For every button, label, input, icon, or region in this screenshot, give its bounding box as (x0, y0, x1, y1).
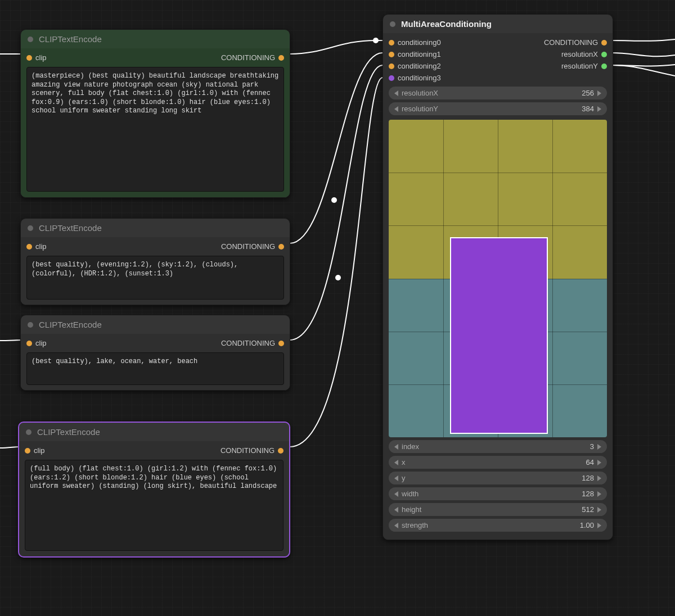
output-port-conditioning[interactable]: CONDITIONING (221, 53, 284, 62)
collapse-icon[interactable] (28, 322, 33, 328)
port-dot-icon (26, 341, 32, 346)
decrement-icon[interactable] (394, 460, 398, 465)
svg-point-1 (331, 197, 337, 203)
increment-icon[interactable] (597, 90, 601, 96)
output-port-conditioning[interactable]: CONDITIONING (221, 339, 284, 347)
prompt-textarea[interactable]: (best quality), (evening:1.2), (sky:1.2)… (26, 256, 284, 300)
port-dot-icon (601, 64, 607, 69)
output-port-resolutiony[interactable]: resolutionY (561, 62, 607, 70)
widget-resolutiony[interactable]: resolutionY 384 (389, 102, 607, 115)
widget-y[interactable]: y 128 (389, 472, 607, 484)
node-cliptextencode-4[interactable]: CLIPTextEncode clip CONDITIONING (full b… (18, 422, 290, 558)
decrement-icon[interactable] (394, 507, 398, 513)
port-dot-icon (278, 341, 284, 346)
node-cliptextencode-2[interactable]: CLIPTextEncode clip CONDITIONING (best q… (20, 218, 290, 305)
node-header[interactable]: CLIPTextEncode (21, 219, 290, 237)
node-title: MultiAreaConditioning (401, 19, 492, 29)
node-title: CLIPTextEncode (39, 223, 102, 233)
selected-area[interactable] (450, 237, 548, 434)
output-port-conditioning[interactable]: CONDITIONING (544, 38, 607, 47)
decrement-icon[interactable] (394, 475, 398, 481)
collapse-icon[interactable] (28, 225, 33, 231)
input-port-conditioning0[interactable]: conditioning0 (389, 38, 441, 47)
node-header[interactable]: CLIPTextEncode (19, 423, 289, 441)
input-port-conditioning1[interactable]: conditioning1 (389, 50, 441, 58)
collapse-icon[interactable] (390, 21, 395, 27)
port-dot-icon (26, 244, 32, 250)
prompt-textarea[interactable]: (full body) (flat chest:1.0) (girl:1.2) … (25, 460, 284, 551)
increment-icon[interactable] (597, 523, 601, 528)
port-dot-icon (25, 448, 30, 454)
decrement-icon[interactable] (394, 444, 398, 450)
widget-resolutionx[interactable]: resolutionX 256 (389, 87, 607, 99)
port-dot-icon (389, 64, 394, 69)
increment-icon[interactable] (597, 106, 601, 112)
node-header[interactable]: MultiAreaConditioning (383, 15, 613, 33)
input-port-clip[interactable]: clip (26, 53, 47, 62)
widget-index[interactable]: index 3 (389, 440, 607, 453)
node-title: CLIPTextEncode (39, 320, 102, 329)
area-canvas[interactable] (389, 120, 607, 437)
increment-icon[interactable] (597, 491, 601, 497)
port-dot-icon (278, 244, 284, 250)
svg-point-0 (373, 38, 379, 43)
increment-icon[interactable] (597, 444, 601, 450)
input-port-clip[interactable]: clip (26, 242, 47, 251)
port-dot-icon (601, 52, 607, 57)
port-dot-icon (26, 55, 32, 61)
increment-icon[interactable] (597, 475, 601, 481)
collapse-icon[interactable] (26, 429, 32, 435)
increment-icon[interactable] (597, 460, 601, 465)
widget-height[interactable]: height 512 (389, 503, 607, 516)
node-header[interactable]: CLIPTextEncode (21, 30, 290, 48)
output-port-resolutionx[interactable]: resolutionX (561, 50, 607, 58)
decrement-icon[interactable] (394, 491, 398, 497)
port-dot-icon (389, 40, 394, 46)
input-port-conditioning2[interactable]: conditioning2 (389, 62, 441, 70)
port-dot-icon (278, 55, 284, 61)
output-port-conditioning[interactable]: CONDITIONING (221, 242, 284, 251)
collapse-icon[interactable] (28, 37, 33, 42)
output-port-conditioning[interactable]: CONDITIONING (220, 446, 284, 455)
decrement-icon[interactable] (394, 106, 398, 112)
node-header[interactable]: CLIPTextEncode (21, 315, 290, 334)
decrement-icon[interactable] (394, 523, 398, 528)
input-port-clip[interactable]: clip (26, 339, 47, 347)
input-port-conditioning3[interactable]: conditioning3 (389, 74, 441, 82)
decrement-icon[interactable] (394, 90, 398, 96)
port-dot-icon (389, 75, 394, 81)
node-title: CLIPTextEncode (37, 427, 100, 437)
node-cliptextencode-3[interactable]: CLIPTextEncode clip CONDITIONING (best q… (20, 315, 290, 391)
widget-strength[interactable]: strength 1.00 (389, 519, 607, 532)
increment-icon[interactable] (597, 507, 601, 513)
node-multiareaconditioning[interactable]: MultiAreaConditioning conditioning0 COND… (382, 14, 613, 540)
widget-x[interactable]: x 64 (389, 456, 607, 469)
port-dot-icon (389, 52, 394, 57)
input-port-clip[interactable]: clip (25, 446, 45, 455)
prompt-textarea[interactable]: (best quality), lake, ocean, water, beac… (26, 352, 284, 385)
node-cliptextencode-1[interactable]: CLIPTextEncode clip CONDITIONING (master… (20, 29, 290, 198)
prompt-textarea[interactable]: (masterpiece) (best quality) beautiful l… (26, 67, 284, 192)
port-dot-icon (601, 40, 607, 46)
svg-point-2 (335, 275, 341, 280)
widget-width[interactable]: width 128 (389, 487, 607, 500)
port-dot-icon (278, 448, 284, 454)
node-title: CLIPTextEncode (39, 34, 102, 44)
